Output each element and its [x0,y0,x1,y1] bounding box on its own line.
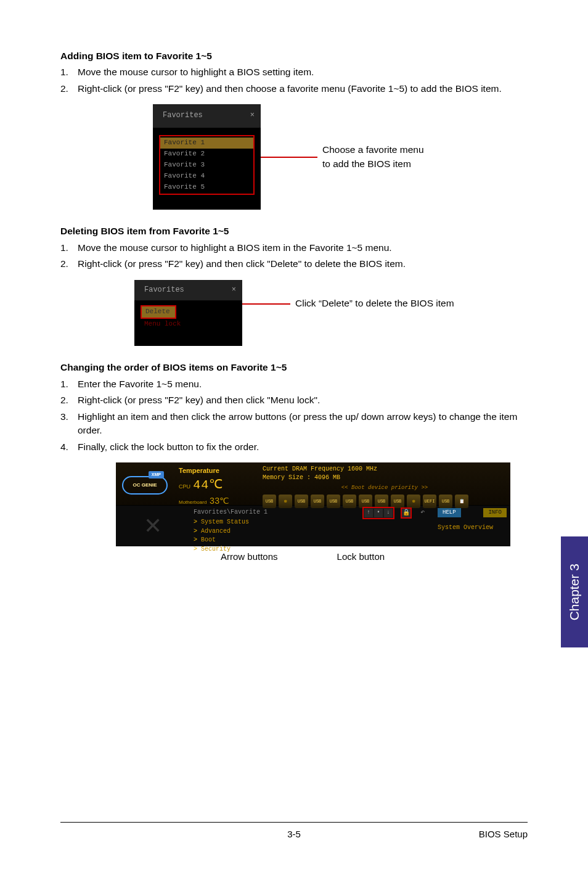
list-num: 1. [60,65,78,79]
list-delete: 1.Move the mouse cursor to highlight a B… [60,241,528,271]
cpu-temp-value: 44℃ [193,478,223,492]
memory-size: Memory Size : 4096 MB [263,474,507,483]
arrow-down-icon[interactable]: ↓ [384,509,393,517]
motherboard-label: Motherboard [179,499,206,506]
favorites-panel-header: Favorites × [153,104,261,128]
delete-item[interactable]: Delete [141,305,176,319]
oc-genie-button[interactable]: OC GENIE XMP [122,476,168,495]
arrow-buttons-group: ↑ • ↓ [362,507,394,519]
lock-button[interactable]: 🔒 [401,507,412,519]
favorite-item[interactable]: Favorite 3 [160,160,253,171]
arrow-mid-icon[interactable]: • [374,509,383,517]
heading-delete: Deleting BIOS item from Favorite 1~5 [60,224,528,238]
bios-help-pane: HELP INFO System Overview [434,506,510,546]
bios-screenshot: OC GENIE XMP Temperature CPU 44℃ Motherb… [116,462,510,546]
page-footer: 3-5 BIOS Setup [60,822,528,841]
favorites-delete-figure: Favorites × Delete Menu lock Click “Dele… [134,280,528,346]
list-text: Right-click (or press "F2" key) and then… [78,82,528,96]
list-num: 4. [60,440,78,454]
back-icon[interactable]: ↶ [420,507,425,518]
arrow-up-icon[interactable]: ↑ [364,509,373,517]
page-number: 3-5 [60,828,528,841]
favorites-panel: Favorites × Delete Menu lock [134,280,242,346]
favorites-title: Favorites [163,110,203,121]
list-text: Move the mouse cursor to highlight a BIO… [78,241,528,255]
list-text: Right-click (or press "F2" key) and then… [78,393,528,407]
bios-menu-list: Favorites\Favorite 1 System Status Advan… [190,506,434,546]
oc-genie-label: OC GENIE [133,482,157,489]
callout-line: to add the BIOS item [322,157,424,171]
menu-item[interactable]: Security [194,545,430,554]
favorite-item[interactable]: Favorite 2 [160,149,253,160]
favorites-list-highlight: Favorite 1 Favorite 2 Favorite 3 Favorit… [159,135,255,195]
system-overview-label: System Overview [438,524,507,533]
callout-text: Choose a favorite menu to add the BIOS i… [322,143,424,171]
favorites-panel-header: Favorites × [134,280,242,300]
callout-connector [261,157,317,158]
boot-priority-label: << Boot device priority >> [263,484,507,492]
list-num: 2. [60,82,78,96]
xmp-chip[interactable]: XMP [149,471,164,478]
list-num: 1. [60,377,78,391]
list-num: 2. [60,257,78,271]
cpu-label: CPU [179,483,190,491]
menu-item[interactable]: Boot [194,536,430,545]
temperature-block: Temperature CPU 44℃ Motherboard 33℃ [179,462,259,505]
list-text: Right-click (or press "F2" key) and then… [78,257,528,271]
close-icon[interactable]: × [232,285,236,295]
heading-change: Changing the order of BIOS items on Favo… [60,361,528,374]
favorites-panel: Favorites × Favorite 1 Favorite 2 Favori… [153,104,261,210]
list-num: 1. [60,241,78,255]
list-text: Enter the Favorite 1~5 menu. [78,377,528,391]
menu-item[interactable]: System Status [194,518,430,527]
callout-text: Click “Delete” to delete the BIOS item [295,297,454,310]
menu-lock-item[interactable]: Menu lock [141,319,236,330]
list-num: 3. [60,410,78,438]
favorites-title: Favorites [144,285,184,295]
list-add: 1.Move the mouse cursor to highlight a B… [60,65,528,96]
favorites-add-figure: Favorites × Favorite 1 Favorite 2 Favori… [153,104,528,210]
chapter-tab-label: Chapter 3 [565,564,584,620]
callout-connector [242,303,290,305]
list-change: 1.Enter the Favorite 1~5 menu. 2.Right-c… [60,377,528,454]
close-icon[interactable]: × [250,110,255,121]
dram-frequency: Current DRAM Frequency 1600 MHz [263,465,507,474]
favorite-item[interactable]: Favorite 4 [160,171,253,182]
help-button[interactable]: HELP [438,508,461,517]
list-text: Finally, click the lock button to fix th… [78,440,528,454]
menu-item[interactable]: Advanced [194,527,430,536]
list-text: Highlight an item and then click the arr… [78,410,528,438]
list-num: 2. [60,393,78,407]
order-toolbar: ↑ • ↓ 🔒 ↶ [362,507,425,519]
list-text: Move the mouse cursor to highlight a BIO… [78,65,528,79]
heading-add: Adding BIOS item to Favorite 1~5 [60,49,528,63]
bios-status-area: Current DRAM Frequency 1600 MHz Memory S… [259,462,510,505]
favorite-item[interactable]: Favorite 1 [160,138,253,149]
favorite-item[interactable]: Favorite 5 [160,182,253,193]
temperature-label: Temperature [179,466,259,476]
wrench-icon: ✕ [116,506,190,546]
callout-line: Choose a favorite menu [322,143,424,157]
mb-temp-value: 33℃ [210,496,230,506]
chapter-tab: Chapter 3 [561,536,588,647]
info-button[interactable]: INFO [483,508,507,517]
